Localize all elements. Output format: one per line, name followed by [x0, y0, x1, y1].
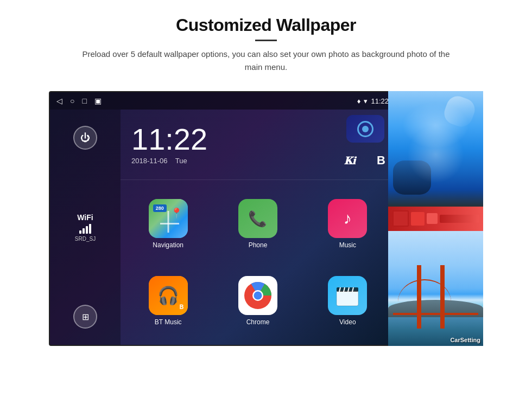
chrome-icon [238, 276, 277, 315]
app-music[interactable]: ♪ Music [303, 185, 392, 262]
car-setting-label: CarSetting [450, 337, 480, 343]
app-phone[interactable]: 📞 Phone [213, 185, 302, 262]
clock-date-value: 2018-11-06 [131, 157, 168, 165]
page-wrapper: Customized Wallpaper Preload over 5 defa… [0, 0, 532, 411]
clock-time: 11:22 [131, 124, 325, 155]
wifi-ssid: SRD_SJ [75, 236, 96, 242]
phone-label: Phone [249, 241, 268, 249]
location-icon: ♦ [357, 97, 361, 105]
status-time: 11:22 [371, 97, 389, 105]
page-subtitle: Preload over 5 default wallpaper options… [76, 48, 456, 74]
app-navigation[interactable]: 280 📍 Navigation [123, 185, 213, 262]
photo-icon[interactable]: ▣ [94, 97, 102, 105]
wifi-bars [75, 224, 96, 234]
status-right: ♦ ▾ 11:22 [357, 97, 389, 105]
thumb-red-strip[interactable] [388, 207, 483, 231]
navigation-label: Navigation [153, 241, 183, 249]
app-video[interactable]: Video [303, 262, 392, 339]
quick-access: 𝐊𝐢 B [336, 147, 395, 174]
clock-right: 𝐊𝐢 B [335, 110, 395, 179]
wallpaper-thumbnails: CarSetting [388, 91, 483, 346]
wifi-status-icon: ▾ [364, 97, 368, 105]
home-icon[interactable]: ○ [70, 97, 74, 105]
title-divider [255, 40, 277, 41]
device-wrapper: ◁ ○ □ ▣ ♦ ▾ 11:22 ⏻ WiFi [49, 91, 483, 346]
clock-section: 11:22 2018-11-06 Tue [121, 110, 395, 180]
thumb-bridge[interactable]: CarSetting [388, 231, 483, 346]
wifi-bar-1 [79, 230, 81, 234]
music-symbol: ♪ [344, 209, 352, 228]
video-icon [328, 276, 367, 315]
status-left: ◁ ○ □ ▣ [56, 97, 102, 105]
wifi-bar-3 [86, 226, 88, 234]
android-screen: ◁ ○ □ ▣ ♦ ▾ 11:22 ⏻ WiFi [49, 91, 396, 346]
main-area: 11:22 2018-11-06 Tue [121, 110, 395, 345]
wifi-label: WiFi [75, 213, 96, 222]
clock-left: 11:22 2018-11-06 Tue [121, 110, 335, 179]
music-label: Music [339, 241, 356, 249]
navigation-icon: 280 📍 [149, 199, 188, 238]
back-icon[interactable]: ◁ [56, 97, 62, 105]
recents-icon[interactable]: □ [82, 97, 86, 105]
wifi-bar-4 [89, 224, 91, 234]
app-chrome[interactable]: Chrome [213, 262, 302, 339]
apps-button[interactable]: ⊞ [73, 305, 97, 329]
bridge-bg [388, 231, 483, 346]
svg-rect-3 [337, 291, 358, 306]
app-btmusic[interactable]: 🎧 ʙ BT Music [123, 262, 213, 339]
power-button[interactable]: ⏻ [73, 126, 97, 150]
video-label: Video [339, 318, 356, 326]
signal-widget [346, 115, 384, 143]
antenna-icon [357, 121, 373, 137]
svg-point-2 [254, 292, 262, 300]
ki-button[interactable]: 𝐊𝐢 [336, 147, 363, 174]
phone-symbol: 📞 [248, 210, 267, 228]
music-icon: ♪ [328, 199, 367, 238]
thumb-mid-content [388, 207, 483, 231]
wifi-bar-2 [83, 228, 85, 234]
chrome-label: Chrome [246, 318, 270, 326]
title-section: Customized Wallpaper Preload over 5 defa… [76, 15, 456, 74]
btmusic-label: BT Music [155, 318, 182, 326]
wifi-section: WiFi SRD_SJ [75, 213, 96, 242]
left-sidebar: ⏻ WiFi SRD_SJ ⊞ [50, 110, 121, 345]
screen-content: ⏻ WiFi SRD_SJ ⊞ [50, 110, 395, 345]
clock-date: 2018-11-06 Tue [131, 157, 325, 165]
btmusic-icon: 🎧 ʙ [149, 276, 188, 315]
thumb-ice-cave[interactable] [388, 91, 483, 207]
phone-icon: 📞 [238, 199, 277, 238]
status-bar: ◁ ○ □ ▣ ♦ ▾ 11:22 [50, 92, 395, 110]
clock-day: Tue [175, 157, 187, 165]
app-grid: 280 📍 Navigation 📞 [121, 180, 395, 345]
ice-cave-bg [388, 91, 483, 207]
page-title: Customized Wallpaper [76, 15, 456, 35]
